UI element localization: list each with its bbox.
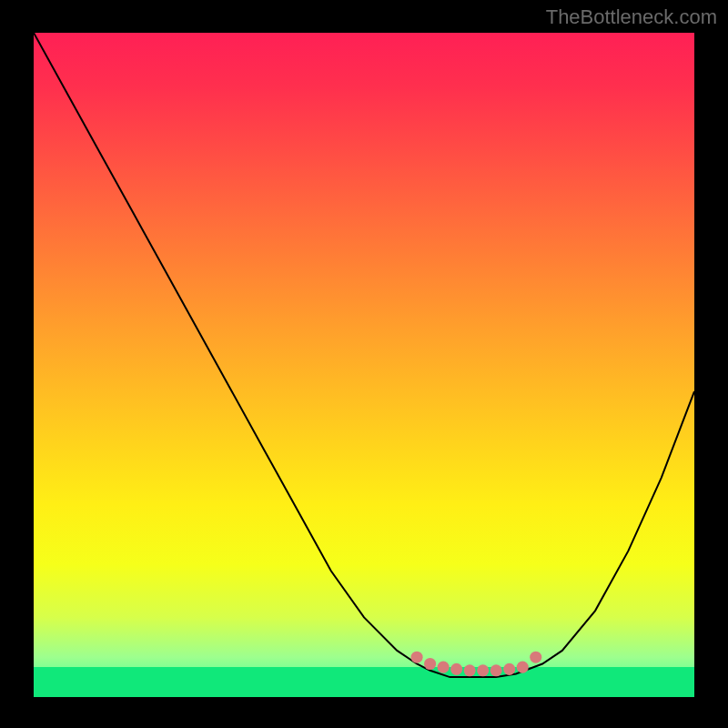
marker-dot	[450, 663, 462, 675]
marker-dot	[503, 663, 515, 675]
curve-svg	[34, 33, 694, 697]
marker-dot	[424, 658, 436, 670]
watermark-text: TheBottleneck.com	[546, 5, 717, 29]
plot-area	[34, 33, 694, 697]
marker-dot	[517, 662, 529, 673]
marker-dot	[490, 664, 502, 676]
marker-dot	[411, 652, 423, 663]
marker-dot	[530, 652, 541, 663]
bottleneck-curve	[34, 33, 694, 677]
marker-dot	[438, 662, 450, 673]
optimal-markers	[411, 652, 542, 677]
marker-dot	[477, 664, 489, 676]
marker-dot	[464, 664, 476, 676]
chart-frame: TheBottleneck.com	[0, 0, 728, 728]
